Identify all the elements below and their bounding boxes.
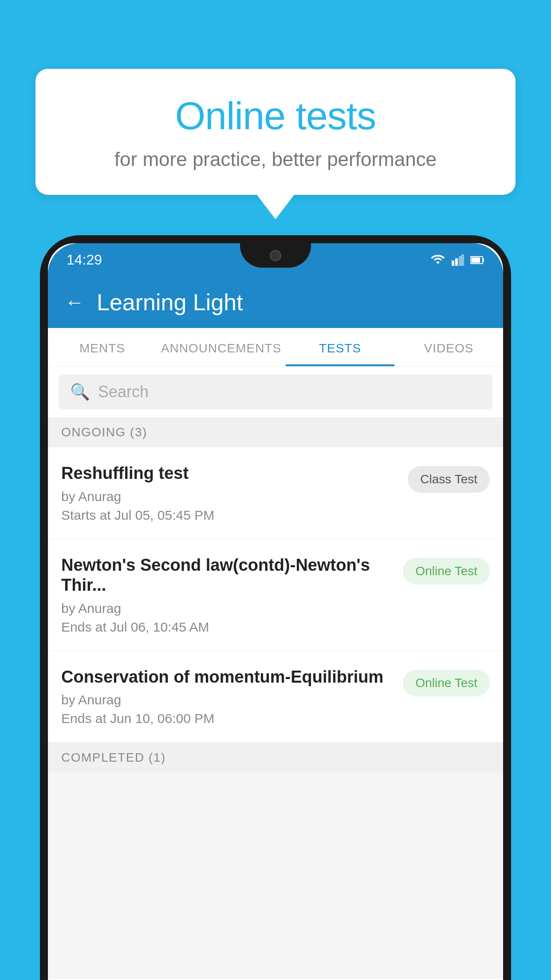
search-bar[interactable]: 🔍 Search bbox=[59, 375, 492, 409]
speech-bubble-arrow bbox=[257, 195, 294, 219]
test-item[interactable]: Newton's Second law(contd)-Newton's Thir… bbox=[48, 539, 503, 651]
test-item[interactable]: Reshuffling test by Anurag Starts at Jul… bbox=[48, 447, 503, 539]
phone-inner: 14:29 bbox=[48, 243, 503, 980]
test-by: by Anurag bbox=[61, 601, 394, 616]
status-time: 14:29 bbox=[67, 252, 102, 268]
svg-rect-1 bbox=[455, 258, 458, 266]
speech-bubble-wrapper: Online tests for more practice, better p… bbox=[35, 69, 516, 219]
speech-bubble-title: Online tests bbox=[62, 93, 489, 138]
test-by: by Anurag bbox=[61, 489, 399, 504]
speech-bubble: Online tests for more practice, better p… bbox=[35, 69, 516, 195]
signal-icon bbox=[452, 254, 464, 266]
tab-announcements[interactable]: ANNOUNCEMENTS bbox=[157, 328, 286, 366]
ongoing-section-label: ONGOING (3) bbox=[48, 417, 503, 447]
battery-icon bbox=[470, 255, 484, 265]
back-button[interactable]: ← bbox=[65, 291, 84, 313]
test-name: Conservation of momentum-Equilibrium bbox=[61, 667, 394, 688]
test-date: Starts at Jul 05, 05:45 PM bbox=[61, 508, 399, 523]
test-name: Newton's Second law(contd)-Newton's Thir… bbox=[61, 555, 394, 596]
test-info: Conservation of momentum-Equilibrium by … bbox=[61, 667, 394, 727]
svg-rect-5 bbox=[471, 257, 480, 263]
test-by: by Anurag bbox=[61, 692, 394, 707]
status-bar: 14:29 bbox=[48, 243, 503, 277]
completed-section-label: COMPLETED (1) bbox=[48, 743, 503, 773]
test-info: Reshuffling test by Anurag Starts at Jul… bbox=[61, 463, 399, 523]
test-info: Newton's Second law(contd)-Newton's Thir… bbox=[61, 555, 394, 635]
tab-tests[interactable]: TESTS bbox=[286, 328, 394, 366]
phone-wrapper: 14:29 bbox=[40, 235, 511, 980]
svg-rect-3 bbox=[461, 254, 464, 266]
test-badge-online: Online Test bbox=[403, 558, 490, 585]
svg-rect-6 bbox=[483, 258, 484, 262]
speech-bubble-subtitle: for more practice, better performance bbox=[62, 148, 489, 170]
phone-camera bbox=[270, 250, 281, 261]
search-placeholder: Search bbox=[98, 383, 149, 401]
search-bar-wrapper: 🔍 Search bbox=[48, 367, 503, 417]
phone-notch bbox=[240, 243, 311, 268]
search-icon: 🔍 bbox=[70, 383, 90, 401]
status-icons bbox=[430, 254, 484, 266]
test-badge-class: Class Test bbox=[408, 466, 490, 493]
test-date: Ends at Jul 06, 10:45 AM bbox=[61, 620, 394, 635]
tabs-bar: MENTS ANNOUNCEMENTS TESTS VIDEOS bbox=[48, 328, 503, 367]
svg-rect-0 bbox=[452, 261, 454, 266]
tab-videos[interactable]: VIDEOS bbox=[394, 328, 503, 366]
screen-content: 🔍 Search ONGOING (3) Reshuffling test by… bbox=[48, 367, 503, 979]
phone-outer: 14:29 bbox=[40, 235, 511, 980]
wifi-icon bbox=[430, 254, 445, 266]
app-header: ← Learning Light bbox=[48, 277, 503, 328]
svg-rect-2 bbox=[459, 256, 461, 266]
test-date: Ends at Jun 10, 06:00 PM bbox=[61, 711, 394, 726]
test-name: Reshuffling test bbox=[61, 463, 399, 484]
app-title: Learning Light bbox=[97, 289, 243, 316]
test-badge-online-2: Online Test bbox=[403, 670, 490, 696]
test-item[interactable]: Conservation of momentum-Equilibrium by … bbox=[48, 651, 503, 743]
tab-ments[interactable]: MENTS bbox=[48, 328, 157, 366]
